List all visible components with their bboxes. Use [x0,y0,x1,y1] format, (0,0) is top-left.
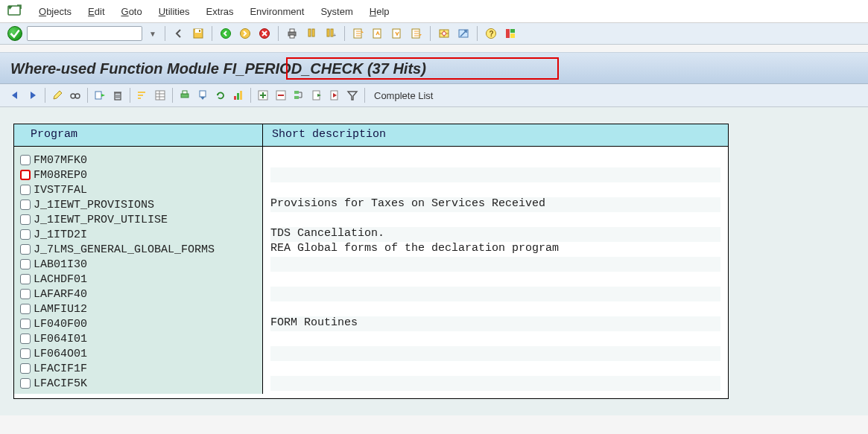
row-checkbox[interactable] [20,170,31,180]
print-icon[interactable] [285,26,300,41]
prev-page-icon[interactable] [370,26,385,41]
hier-exec-icon[interactable] [291,88,306,103]
row-checkbox[interactable] [20,259,31,269]
table-row[interactable]: J_1ITD2I [20,227,256,242]
cancel-icon[interactable] [257,26,272,41]
refresh-icon[interactable] [213,88,228,103]
column-header-short-desc[interactable]: Short description [263,124,728,147]
menu-system[interactable]: System [320,6,352,17]
doc-exec-icon[interactable] [309,88,324,103]
collapse-icon[interactable] [273,88,288,103]
table-row[interactable]: LFACIF1F [20,361,256,376]
program-name[interactable]: FM07MFK0 [34,154,87,167]
back-green-icon[interactable] [218,26,233,41]
menu-objects[interactable]: Objects [39,6,72,17]
program-name[interactable]: J_1ITD2I [34,229,87,241]
row-checkbox[interactable] [20,348,31,359]
trash-icon[interactable] [110,88,125,103]
program-name[interactable]: IVST7FAL [34,184,87,197]
table-row[interactable]: LAMFIU12 [20,301,256,316]
program-name[interactable]: LF064O01 [34,348,87,360]
download-icon[interactable] [195,88,210,103]
svg-rect-13 [312,29,314,36]
table-row[interactable]: FM07MFK0 [20,153,256,167]
menu-goto[interactable]: Goto [121,6,142,17]
row-checkbox[interactable] [20,229,31,240]
new-session-icon[interactable] [437,26,452,41]
program-name[interactable]: FM08REP0 [34,169,87,182]
row-checkbox[interactable] [20,274,31,284]
row-checkbox[interactable] [20,185,31,195]
last-page-icon[interactable] [409,26,424,41]
program-name[interactable]: LACHDF01 [34,273,87,286]
chart-icon[interactable] [231,88,246,103]
menu-bar: Objects Edit Goto Utilities Extras Envir… [0,0,868,23]
help-icon[interactable]: ? [484,26,498,41]
row-checkbox[interactable] [20,155,31,165]
program-name[interactable]: LAFARF40 [34,288,87,301]
table-row[interactable]: FM08REP0 [20,167,256,182]
program-name[interactable]: LF040F00 [34,318,87,331]
shortcut-icon[interactable] [456,26,471,41]
program-name[interactable]: LFACIF1F [34,363,87,375]
column-header-program[interactable]: Program [14,124,263,147]
row-checkbox[interactable] [20,378,31,389]
table-row[interactable]: J_7LMS_GENERAL_GLOBAL_FORMS [20,242,256,257]
program-name[interactable]: LAB01I30 [34,258,87,271]
table-row[interactable]: LF064I01 [20,331,256,346]
program-name[interactable]: J_1IEWT_PROV_UTILISE [34,214,168,226]
enter-button[interactable] [7,26,22,41]
row-checkbox[interactable] [20,244,31,255]
row-checkbox[interactable] [20,200,31,210]
next-page-icon[interactable] [390,26,405,41]
table-row[interactable]: LACHDF01 [20,272,256,287]
find-icon[interactable] [304,26,319,41]
table-row[interactable]: LF040F00 [20,316,256,331]
first-page-icon[interactable] [351,26,366,41]
svg-rect-50 [183,91,187,94]
program-name[interactable]: LAMFIU12 [34,303,87,316]
command-history-dropdown[interactable]: ▼ [147,26,159,41]
assign-icon[interactable] [92,88,107,103]
program-name[interactable]: J_1IEWT_PROVISIONS [34,199,154,211]
expand-icon[interactable] [256,88,270,103]
row-checkbox[interactable] [20,334,31,344]
program-name[interactable]: LF064I01 [34,333,87,345]
nav-forward-icon[interactable] [25,88,40,103]
menu-environment[interactable]: Environment [250,6,304,17]
program-name[interactable]: J_7LMS_GENERAL_GLOBAL_FORMS [34,243,215,256]
row-checkbox[interactable] [20,214,31,225]
exit-icon[interactable] [238,26,253,41]
menu-utilities[interactable]: Utilities [159,6,190,17]
table-row[interactable]: J_1IEWT_PROV_UTILISE [20,212,256,227]
filter-icon[interactable] [345,88,360,103]
table-row[interactable]: LFACIF5K [20,376,256,391]
table-row[interactable]: J_1IEWT_PROVISIONS [20,197,256,212]
layout-icon[interactable] [503,26,518,41]
save-icon[interactable] [191,26,206,41]
doc-play-icon[interactable] [327,88,342,103]
menu-help[interactable]: Help [370,6,390,17]
row-checkbox[interactable] [20,304,31,314]
printer-green-icon[interactable] [177,88,192,103]
table-row[interactable]: LF064O01 [20,346,256,361]
nav-back-icon[interactable] [7,88,22,103]
table-icon[interactable] [153,88,168,103]
table-row[interactable]: LAFARF40 [20,287,256,301]
back-icon[interactable] [171,26,186,41]
sort-asc-icon[interactable] [135,88,150,103]
pencil-icon[interactable] [50,88,65,103]
table-row[interactable]: IVST7FAL [20,182,256,197]
find-next-icon[interactable]: + [323,26,338,41]
glasses-icon[interactable] [68,88,83,103]
program-name[interactable]: LFACIF5K [34,377,87,390]
complete-list-button[interactable]: Complete List [374,90,433,101]
table-row[interactable]: LAB01I30 [20,257,256,272]
menu-extras[interactable]: Extras [206,6,234,17]
menu-edit[interactable]: Edit [88,6,104,17]
row-checkbox[interactable] [20,363,31,374]
command-field[interactable] [27,26,142,41]
row-checkbox[interactable] [20,319,31,329]
svg-rect-42 [138,92,145,93]
row-checkbox[interactable] [20,289,31,299]
